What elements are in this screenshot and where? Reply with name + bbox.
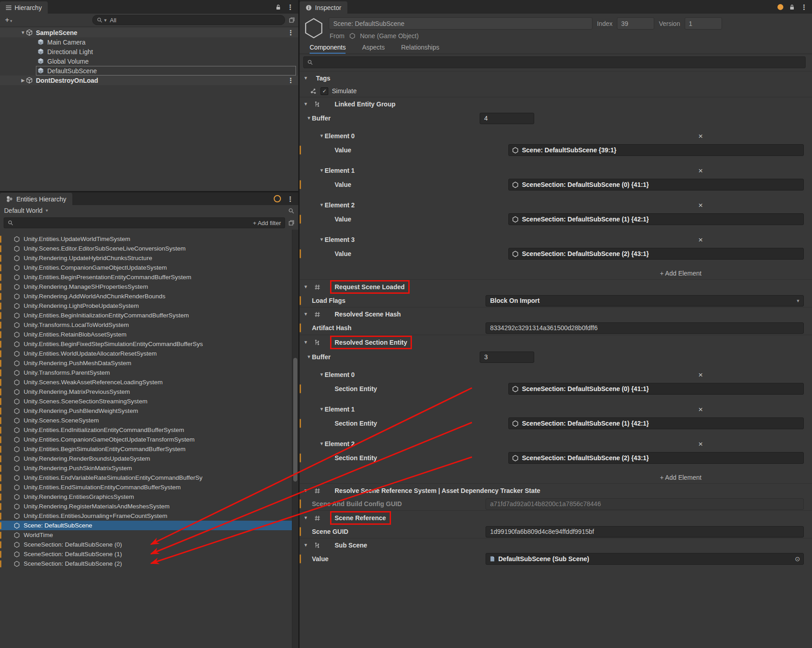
version-field[interactable]: 1 [685,17,722,30]
section-tags-header[interactable]: ▼ Tags [300,71,812,85]
tab-hierarchy[interactable]: Hierarchy [0,1,48,14]
entity-row[interactable]: Unity.Scenes.SceneSystem [0,416,298,425]
hierarchy-item-global-volume[interactable]: Global Volume [0,56,298,66]
search-icon[interactable] [288,208,294,214]
inspector-search[interactable] [303,56,806,68]
section-linked-entity-group-header[interactable]: ▼ Linked Entity Group [300,97,812,111]
foldout-open-icon[interactable]: ▼ [303,516,309,520]
entity-row[interactable]: Unity.Rendering.RenderBoundsUpdateSystem [0,454,298,463]
tab-relationships[interactable]: Relationships [401,42,439,54]
entity-row[interactable]: SceneSection: DefaultSubScene (1) [0,549,298,559]
foldout-open-icon[interactable]: ▼ [319,237,325,242]
section-scene-reference-header[interactable]: ▼ Scene Reference [300,510,812,525]
entity-row[interactable]: Unity.Entities.EndVariableRateSimulation… [0,473,298,482]
foldout-closed-icon[interactable]: ▶ [20,78,26,83]
foldout-open-icon[interactable]: ▼ [319,134,325,138]
scene-guid-field[interactable]: 1d99190fa6b809d4c8e94ffddf9915bf [486,526,804,537]
entity-row[interactable]: Unity.Entities.EndInitializationEntityCo… [0,425,298,435]
entity-row[interactable]: Unity.Rendering.PushSkinMatrixSystem [0,463,298,473]
inspector-search-field[interactable] [316,58,802,66]
index-field[interactable]: 39 [617,17,654,30]
entity-object-field[interactable]: SceneSection: DefaultSubScene (0) {41:1} [508,179,804,191]
hierarchy-item-samplescene[interactable]: ▼ SampleScene ⋮ [0,28,298,37]
add-element-button[interactable]: + Add Element [300,267,812,279]
entity-row[interactable]: Scene: DefaultSubScene [0,521,298,530]
entity-row[interactable]: Unity.Rendering.EntitiesGraphicsSystem [0,492,298,502]
element-header[interactable]: ▼ Element 2 × [300,437,812,451]
element-header[interactable]: ▼ Element 3 × [300,233,812,246]
object-picker-icon[interactable]: ⊙ [795,555,800,563]
remove-element-button[interactable]: × [698,132,703,140]
entity-row[interactable]: Unity.Entities.CompanionGameObjectUpdate… [0,435,298,444]
entity-row[interactable]: Unity.Entities.CompanionGameObjectUpdate… [0,263,298,272]
hierarchy-item-dontdestroyonload[interactable]: ▶ DontDestroyOnLoad ⋮ [0,75,298,85]
remove-element-button[interactable]: × [698,201,703,209]
scrollbar[interactable] [292,230,298,648]
foldout-open-icon[interactable]: ▼ [306,355,312,359]
foldout-open-icon[interactable]: ▼ [303,285,309,289]
entity-row[interactable]: Unity.Entities.EndSimulationEntityComman… [0,482,298,492]
entity-row[interactable]: Unity.Scenes.Editor.EditorSubSceneLiveCo… [0,244,298,253]
hierarchy-item-directional-light[interactable]: Directional Light [0,47,298,56]
entity-row[interactable]: SceneSection: DefaultSubScene (0) [0,540,298,549]
maximize-window-icon[interactable] [289,17,295,23]
section-request-scene-loaded-header[interactable]: ▼ Request Scene Loaded [300,279,812,294]
foldout-open-icon[interactable]: ▼ [303,102,309,106]
entity-row[interactable]: Unity.Transforms.LocalToWorldSystem [0,320,298,330]
entity-row[interactable]: Unity.Rendering.ManageSHPropertiesSystem [0,282,298,291]
foldout-open-icon[interactable]: ▼ [303,488,309,493]
sub-scene-object-field[interactable]: DefaultSubScene (Sub Scene) ⊙ [486,553,804,565]
kebab-menu-icon[interactable]: ⋮ [287,29,294,36]
hierarchy-item-defaultsubscene[interactable]: DefaultSubScene [0,66,298,75]
kebab-menu-icon[interactable]: ⋮ [287,77,294,84]
search-scope-caret[interactable]: ▾ [104,18,107,23]
element-header[interactable]: ▼ Element 2 × [300,198,812,212]
section-sub-scene-header[interactable]: ▼ Sub Scene [300,538,812,552]
chevron-down-icon[interactable]: ▾ [46,208,48,213]
entity-object-field[interactable]: SceneSection: DefaultSubScene (2) {43:1} [508,452,804,464]
world-selector[interactable]: Default World [4,207,43,214]
entity-row[interactable]: Unity.Rendering.AddWorldAndChunkRenderBo… [0,291,298,301]
entity-row[interactable]: Unity.Rendering.MatrixPreviousSystem [0,387,298,397]
lock-icon[interactable] [789,4,795,10]
entity-row[interactable]: WorldTime [0,530,298,540]
remove-element-button[interactable]: × [698,406,703,413]
create-object-button[interactable]: + ▾ [3,16,14,24]
hierarchy-search[interactable]: ▾ All [92,15,285,25]
entity-object-field[interactable]: Scene: DefaultSubScene {39:1} [508,144,804,156]
entity-object-field[interactable]: SceneSection: DefaultSubScene (0) {41:1} [508,383,804,395]
add-filter-button[interactable]: + Add filter [253,220,281,226]
buffer-size-field[interactable]: 3 [480,352,534,363]
entity-row[interactable]: Unity.Entities.EntitiesJournaling+FrameC… [0,511,298,521]
entities-search-input[interactable]: + Add filter [4,217,285,228]
element-header[interactable]: ▼ Element 0 × [300,129,812,143]
entity-name-field[interactable]: Scene: DefaultSubScene [329,17,592,30]
kebab-menu-icon[interactable]: ⋮ [801,4,807,10]
entity-row[interactable]: Unity.Rendering.PushMeshDataSystem [0,358,298,368]
entity-row[interactable]: Unity.Rendering.PushBlendWeightSystem [0,406,298,416]
entity-row[interactable]: Unity.Transforms.ParentSystem [0,368,298,377]
tab-entities-hierarchy[interactable]: Entities Hierarchy [0,193,72,205]
foldout-open-icon[interactable]: ▼ [319,442,325,446]
entity-row[interactable]: Unity.Entities.BeginInitializationEntity… [0,311,298,320]
tab-aspects[interactable]: Aspects [362,42,385,54]
scrollbar-thumb[interactable] [293,358,297,482]
foldout-open-icon[interactable]: ▼ [303,543,309,548]
live-indicator-icon[interactable] [274,195,281,202]
entity-row[interactable]: Unity.Rendering.LightProbeUpdateSystem [0,301,298,311]
section-resolved-section-entity-header[interactable]: ▼ Resolved Section Entity [300,335,812,350]
remove-element-button[interactable]: × [698,440,703,448]
foldout-open-icon[interactable]: ▼ [303,76,309,80]
maximize-window-icon[interactable] [288,220,295,226]
lock-icon[interactable] [276,4,281,10]
entity-object-field[interactable]: SceneSection: DefaultSubScene (2) {43:1} [508,248,804,260]
entity-row[interactable]: Unity.Entities.BeginPresentationEntityCo… [0,272,298,282]
foldout-open-icon[interactable]: ▼ [319,168,325,173]
from-value[interactable]: None (Game Object) [360,32,419,40]
entity-row[interactable]: Unity.Entities.BeginSimulationEntityComm… [0,444,298,454]
element-header[interactable]: ▼ Element 1 × [300,164,812,177]
entity-row[interactable]: Unity.Rendering.UpdateHybridChunksStruct… [0,253,298,263]
kebab-menu-icon[interactable]: ⋮ [287,196,294,202]
add-element-button[interactable]: + Add Element [300,472,812,483]
remove-element-button[interactable]: × [698,371,703,379]
